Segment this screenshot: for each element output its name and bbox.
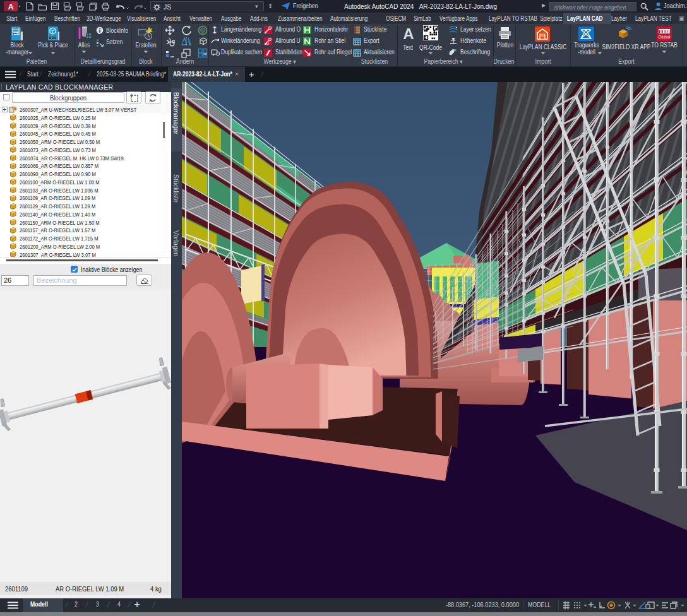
svg-text:Dlubal: Dlubal	[659, 35, 671, 39]
svg-text:A: A	[8, 3, 14, 11]
svg-text:U: U	[266, 42, 269, 45]
